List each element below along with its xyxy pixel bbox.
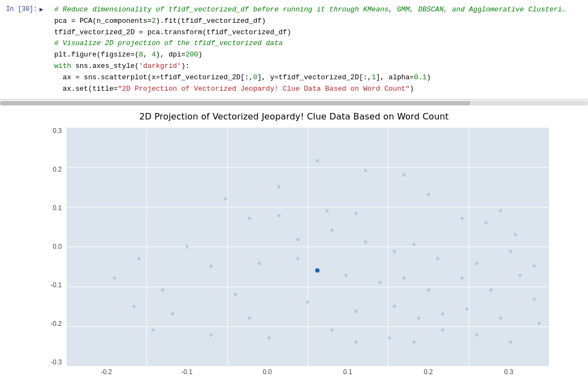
x-label: 0.0 [227, 368, 308, 376]
scatter-dot [330, 229, 334, 232]
code-line-comment1: # Reduce dimensionality of tfidf_vectori… [54, 4, 583, 16]
scatter-dot [509, 250, 512, 253]
y-label: -0.3 [50, 358, 62, 366]
grid-line-v [308, 127, 308, 366]
scatter-dot [427, 288, 430, 292]
scatter-dot [364, 169, 367, 172]
scatter-dot [393, 305, 396, 308]
scatter-dot [209, 264, 213, 268]
y-axis-labels: 0.30.20.10.0-0.1-0.2-0.3 [39, 127, 66, 366]
scrollbar-thumb[interactable] [0, 101, 470, 105]
chart-plot-area [66, 127, 549, 366]
cell-code-content[interactable]: # Reduce dimensionality of tfidf_vectori… [49, 0, 588, 99]
run-indicator[interactable]: ▶ [40, 5, 43, 14]
code-line-line2: tfidf_vectorized_2D = pca.transform(tfid… [54, 27, 583, 39]
code-cell: In [30]: ▶ # Reduce dimensionality of tf… [0, 0, 588, 99]
code-line-line6: ax.set(title="2D Projection of Vectorize… [54, 84, 583, 95]
x-axis-labels: -0.2-0.10.00.10.20.3 [39, 366, 549, 376]
scatter-dot [461, 217, 464, 220]
scatter-dot [234, 293, 237, 296]
x-label: 0.2 [388, 368, 468, 376]
scatter-dot [132, 305, 136, 308]
scatter-dot [475, 333, 478, 337]
scatter-dot [499, 317, 502, 320]
chart-title: 2D Projection of Vectorized Jeopardy! Cl… [139, 111, 449, 122]
grid-line-v [66, 127, 67, 366]
scatter-dot [171, 312, 174, 316]
cell-gutter: In [30]: ▶ [0, 0, 49, 99]
scrollbar-track [0, 101, 588, 105]
scatter-dot [417, 317, 420, 320]
y-label: 0.2 [53, 166, 62, 173]
scatter-dot [306, 300, 309, 304]
scatter-dot [277, 214, 280, 217]
scatter-dot [393, 250, 396, 253]
scatter-dot [258, 262, 261, 265]
scatter-dot [514, 233, 517, 236]
horizontal-scrollbar[interactable] [0, 99, 588, 106]
scatter-dot [364, 241, 367, 244]
scatter-dot [354, 212, 357, 215]
y-label: -0.2 [50, 320, 62, 327]
scatter-dot [267, 336, 271, 339]
scatter-dot [461, 276, 464, 280]
highlight-dot [315, 268, 319, 273]
scatter-dot [441, 329, 444, 332]
scatter-dot [316, 159, 319, 162]
scatter-dot [296, 238, 299, 241]
code-line-comment2: # Visualize 2D projection of the tfidf_v… [54, 38, 583, 49]
scatter-dot [151, 329, 155, 332]
scatter-dot [113, 276, 116, 280]
scatter-dot [533, 298, 536, 301]
grid-line-v [146, 127, 147, 366]
scatter-dot [489, 288, 493, 292]
scatter-dot [224, 197, 227, 200]
x-label: 0.3 [469, 368, 549, 376]
y-label: 0.1 [53, 204, 62, 212]
code-line-line3: plt.figure(figsize=(8, 4), dpi=200) [54, 49, 583, 61]
y-label: 0.0 [53, 243, 62, 250]
scatter-dot [161, 288, 164, 292]
scatter-dot [379, 281, 382, 284]
code-line-line1: pca = PCA(n_components=2).fit(tfidf_vect… [54, 16, 583, 27]
scatter-dot [277, 185, 280, 188]
grid-line-v [227, 127, 228, 366]
scatter-dot [402, 276, 406, 280]
scatter-dot [402, 173, 406, 176]
scatter-dot [330, 329, 334, 332]
scatter-dot [412, 243, 416, 246]
y-label: 0.3 [53, 127, 62, 135]
grid-line-v [388, 127, 388, 366]
scatter-dot [509, 340, 512, 344]
scatter-dot [354, 310, 357, 313]
x-label: -0.1 [146, 368, 227, 376]
scatter-dot [538, 321, 541, 325]
scatter-dot [209, 333, 213, 337]
cell-label: In [30]: [6, 5, 37, 13]
scatter-dot [248, 217, 251, 220]
scatter-dot [484, 221, 488, 224]
scatter-dot [186, 245, 189, 248]
scatter-dot [412, 340, 416, 344]
scatter-dot [436, 257, 439, 260]
scatter-dot [388, 336, 391, 339]
scatter-dot [519, 274, 522, 277]
scatter-dot [248, 317, 251, 320]
scatter-dot [344, 274, 348, 277]
x-label: -0.2 [66, 368, 146, 376]
scatter-dot [475, 262, 478, 265]
chart-area: 0.30.20.10.0-0.1-0.2-0.3 [39, 127, 549, 366]
chart-container: 2D Projection of Vectorized Jeopardy! Cl… [0, 106, 588, 376]
scatter-dot [441, 312, 444, 316]
y-label: -0.1 [50, 281, 62, 289]
code-line-line5: ax = sns.scatterplot(x=tfidf_vectorized_… [54, 72, 583, 84]
scatter-dot [137, 257, 140, 260]
code-line-line4: with sns.axes_style('darkgrid'): [54, 61, 583, 72]
scatter-dot [465, 307, 469, 311]
scatter-dot [296, 257, 299, 260]
scatter-dot [354, 340, 357, 344]
scatter-dot [427, 193, 430, 196]
scatter-dot [533, 264, 536, 268]
scatter-dot [325, 209, 329, 212]
x-label: 0.1 [308, 368, 388, 376]
